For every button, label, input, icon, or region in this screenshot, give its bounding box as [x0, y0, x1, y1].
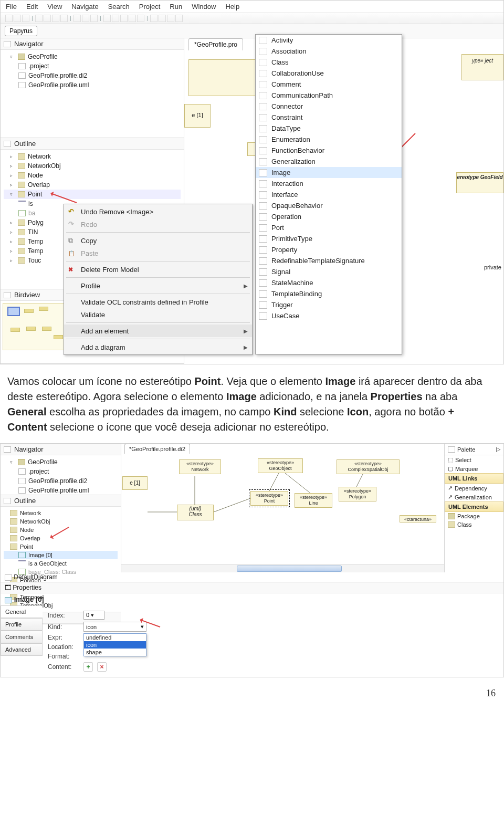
outline-network[interactable]: Network — [28, 153, 51, 160]
submenu-item-enumeration[interactable]: Enumeration — [256, 134, 402, 145]
submenu-item-interaction[interactable]: Interaction — [256, 178, 402, 189]
main-toolbar[interactable]: | | | | — [1, 13, 503, 24]
ctx-add-diagram[interactable]: Add a diagram▶ — [64, 341, 252, 353]
submenu-item-operation[interactable]: Operation — [256, 211, 402, 222]
nav2-file1[interactable]: GeoProfile.profile.di2 — [28, 477, 87, 485]
submenu-item-opaquebehavior[interactable]: OpaqueBehavior — [256, 200, 402, 211]
ctx-validate[interactable]: Validate — [64, 308, 252, 321]
properties-tab[interactable]: Properties — [13, 584, 41, 591]
outline-overlap[interactable]: Overlap — [28, 181, 50, 189]
index-spinner[interactable]: 0 ▾ — [83, 611, 104, 620]
outline-temp2[interactable]: Temp — [28, 247, 43, 255]
outline-touches[interactable]: Touc — [28, 257, 41, 264]
proptab-profile[interactable]: Profile — [1, 618, 43, 631]
palette-uml-elements[interactable]: UML Elements — [445, 501, 503, 512]
kind-combo[interactable]: icon▾ undefined icon shape — [83, 622, 146, 632]
submenu-item-generalization[interactable]: Generalization — [256, 156, 402, 167]
add-element-submenu[interactable]: ActivityAssociationClassCollaborationUse… — [255, 34, 402, 354]
horizontal-scrollbar[interactable] — [121, 564, 444, 572]
ctx-delete[interactable]: Delete From Model — [64, 263, 252, 276]
menu-search[interactable]: Search — [108, 3, 130, 11]
submenu-item-communicationpath[interactable]: CommunicationPath — [256, 90, 402, 101]
nav2-file0[interactable]: .project — [28, 468, 49, 475]
submenu-item-constraint[interactable]: Constraint — [256, 112, 402, 123]
outline-polygon[interactable]: Polyg — [28, 219, 44, 226]
palette-collapse-icon[interactable]: ▷ — [496, 446, 500, 453]
submenu-item-templatebinding[interactable]: TemplateBinding — [256, 288, 402, 299]
palette-marquee[interactable]: ▢Marquee — [445, 464, 503, 473]
proptab-advanced[interactable]: Advanced — [1, 643, 43, 656]
submenu-item-connector[interactable]: Connector — [256, 101, 402, 112]
file-project[interactable]: .project — [28, 62, 49, 70]
outline-tin[interactable]: TIN — [28, 228, 38, 236]
nav2-file2[interactable]: GeoProfile.profile.uml — [28, 487, 89, 494]
menu-project[interactable]: Project — [139, 3, 160, 11]
ctx-add-element[interactable]: Add an element▶ — [64, 325, 252, 337]
submenu-item-interface[interactable]: Interface — [256, 189, 402, 200]
submenu-item-functionbehavior[interactable]: FunctionBehavior — [256, 145, 402, 156]
outline-point[interactable]: Point — [28, 191, 42, 198]
proptab-comments[interactable]: Comments — [1, 631, 43, 643]
menu-view[interactable]: View — [47, 3, 62, 11]
content-remove-button[interactable]: × — [97, 662, 107, 672]
o2-overlap[interactable]: Overlap — [20, 535, 40, 541]
property-category-tabs[interactable]: General Profile Comments Advanced — [1, 605, 43, 677]
editor-tab[interactable]: *GeoProfile.pro — [188, 38, 243, 50]
file-di2[interactable]: GeoProfile.profile.di2 — [28, 72, 87, 79]
submenu-item-port[interactable]: Port — [256, 222, 402, 233]
menu-edit[interactable]: Edit — [26, 3, 38, 11]
project-name[interactable]: GeoProfile — [28, 53, 58, 60]
submenu-item-comment[interactable]: Comment — [256, 79, 402, 90]
submenu-item-usecase[interactable]: UseCase — [256, 310, 402, 321]
submenu-item-trigger[interactable]: Trigger — [256, 299, 402, 310]
o2-gen[interactable]: is a GeoObject — [28, 560, 67, 567]
ctx-undo[interactable]: Undo Remove <Image> — [64, 205, 252, 218]
menu-help[interactable]: Help — [225, 3, 239, 11]
o2-networkobj[interactable]: NetworkObj — [20, 518, 50, 525]
menu-file[interactable]: File — [6, 3, 17, 11]
outline-node[interactable]: Node — [28, 172, 43, 179]
palette-package[interactable]: Package — [445, 512, 503, 520]
ctx-profile[interactable]: Profile▶ — [64, 279, 252, 292]
context-menu[interactable]: Undo Remove <Image> Redo Copy Paste Dele… — [64, 204, 253, 355]
submenu-item-datatype[interactable]: DataType — [256, 123, 402, 134]
palette-generalization[interactable]: ↗Generalization — [445, 493, 503, 501]
default-diagram-tab[interactable]: DefaultDiagram — [14, 573, 57, 581]
navigator-tree[interactable]: ▿GeoProfile .project GeoProfile.profile.… — [1, 50, 184, 92]
ctx-redo[interactable]: Redo — [64, 218, 252, 231]
submenu-item-primitivetype[interactable]: PrimitiveType — [256, 233, 402, 244]
submenu-item-collaborationuse[interactable]: CollaborationUse — [256, 68, 402, 79]
ctx-copy[interactable]: Copy — [64, 234, 252, 247]
outline-point-is[interactable]: is — [28, 200, 33, 207]
palette[interactable]: Palette▷ ⬚Select ▢Marquee UML Links ↗Dep… — [445, 444, 503, 572]
proptab-general[interactable]: General — [1, 605, 43, 618]
ctx-paste[interactable]: Paste — [64, 247, 252, 259]
outline-temp1[interactable]: Temp — [28, 238, 43, 245]
file-uml[interactable]: GeoProfile.profile.uml — [28, 81, 89, 89]
nav2-tree[interactable]: ▿GeoProfile .project GeoProfile.profile.… — [1, 455, 121, 497]
o2-network[interactable]: Network — [20, 510, 41, 516]
submenu-item-property[interactable]: Property — [256, 244, 402, 255]
menu-window[interactable]: Window — [192, 3, 216, 11]
nav2-project[interactable]: GeoProfile — [28, 458, 58, 466]
submenu-item-image[interactable]: Image — [256, 167, 402, 178]
main-menu-bar[interactable]: File Edit View Navigate Search Project R… — [1, 1, 503, 13]
submenu-item-class[interactable]: Class — [256, 57, 402, 68]
o2-point[interactable]: Point — [20, 543, 33, 550]
ctx-validate-ocl[interactable]: Validate OCL constraints defined in Prof… — [64, 296, 252, 308]
menu-navigate[interactable]: Navigate — [71, 3, 98, 11]
o2-image[interactable]: Image [0] — [28, 552, 52, 558]
outline-point-base[interactable]: ba — [28, 210, 35, 217]
palette-uml-links[interactable]: UML Links — [445, 473, 503, 484]
outline-networkobj[interactable]: NetworkObj — [28, 162, 61, 170]
menu-run[interactable]: Run — [170, 3, 182, 11]
kind-opt-shape[interactable]: shape — [84, 649, 146, 656]
submenu-item-association[interactable]: Association — [256, 46, 402, 57]
kind-opt-icon[interactable]: icon — [84, 641, 146, 649]
kind-opt-undefined[interactable]: undefined — [84, 634, 146, 641]
palette-class[interactable]: Class — [445, 520, 503, 529]
kind-dropdown[interactable]: undefined icon shape — [83, 633, 146, 656]
o2-node[interactable]: Node — [20, 527, 34, 533]
palette-dependency[interactable]: ↗Dependency — [445, 484, 503, 493]
submenu-item-signal[interactable]: Signal — [256, 266, 402, 277]
